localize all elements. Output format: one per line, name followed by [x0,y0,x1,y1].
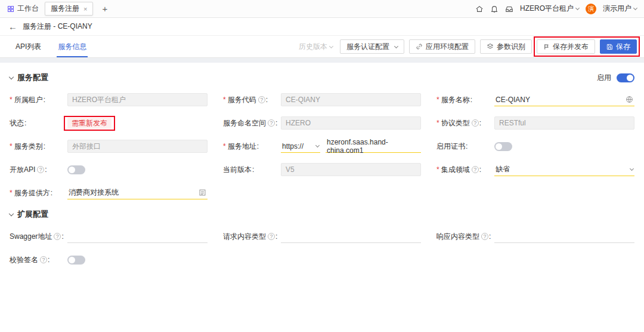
history-version-dropdown[interactable]: 历史版本 [299,42,333,52]
required-mark: * [436,119,439,127]
bell-icon[interactable] [490,5,499,13]
chevron-down-icon [630,167,634,171]
workbench-tab[interactable]: 工作台 [7,4,39,14]
open-api-toggle[interactable] [67,165,85,174]
history-version-label: 历史版本 [299,42,327,52]
close-tab-icon[interactable]: × [83,5,87,13]
service-code-input: CE-QIANY [281,93,421,106]
field-label: 响应内容类型 [436,232,479,242]
provider-input[interactable]: 消费商对接系统 [67,186,208,199]
field-status: 状态 需重新发布 [10,116,208,130]
env-config-label: 应用环境配置 [426,42,469,52]
tabbar: API列表 服务信息 历史版本 服务认证配置 应用环境配置 参 [0,36,644,58]
globe-icon[interactable] [626,96,633,103]
address-value: hzeronf.saas.hand-china.com1 [327,138,420,155]
add-tab-button[interactable]: + [99,4,110,14]
response-type-input[interactable] [494,230,634,243]
verify-sign-toggle[interactable] [67,256,85,265]
field-service-code: *服务代码 CE-QIANY [223,93,421,107]
enable-label: 启用 [597,73,611,83]
lov-list-icon[interactable] [199,189,206,196]
field-cert: 启用证书 [436,139,634,153]
publish-flag-icon [543,44,550,50]
cert-toggle[interactable] [494,142,512,151]
version-input: V5 [281,163,421,176]
service-register-window-tab[interactable]: 服务注册 × [45,2,93,16]
window-tab-strip: 工作台 服务注册 × + HZERO平台租户 演 演 [0,0,644,18]
service-register-tab-label: 服务注册 [51,4,79,14]
inbox-icon[interactable] [505,5,513,13]
field-address: *服务地址 https:// hzeronf.saas.hand-china.c… [223,139,421,153]
scheme-select[interactable]: https:// [281,140,320,153]
enable-toggle[interactable] [617,73,634,82]
help-icon [40,256,47,263]
domain-value: 缺省 [496,164,510,174]
provider-value: 消费商对接系统 [69,187,119,198]
field-response-type: 响应内容类型 [436,229,634,244]
help-icon [472,166,479,173]
env-config-button[interactable]: 应用环境配置 [409,39,475,54]
domain-select[interactable]: 缺省 [494,163,634,176]
field-label: 校验签名 [10,255,38,265]
field-version: 当前版本 V5 [223,162,421,177]
auth-config-button[interactable]: 服务认证配置 [340,39,404,54]
field-protocol: *协议类型 RESTful [436,116,634,130]
section-service-config[interactable]: 服务配置 [10,72,48,83]
field-label: 服务命名空间 [223,118,266,128]
field-label: Swagger地址 [10,232,52,242]
param-recognition-label: 参数识别 [497,42,525,52]
save-label: 保存 [616,42,630,52]
required-mark: * [223,142,226,150]
workbench-tab-label: 工作台 [17,4,39,14]
param-recognition-button[interactable]: 参数识别 [480,39,532,54]
service-name-input[interactable]: CE-QIANY [494,93,634,106]
user-menu[interactable]: 演示用户 [603,4,637,14]
field-label: 集成领域 [441,165,470,175]
swagger-input[interactable] [67,230,208,243]
field-label: 服务名称 [441,95,470,105]
field-label: 当前版本 [223,165,252,175]
field-service-name: *服务名称 CE-QIANY [436,93,634,107]
required-mark: * [10,189,13,197]
field-verify-sign: 校验签名 [10,253,208,267]
field-label: 请求内容类型 [223,232,266,242]
status-badge: 需重新发布 [67,118,112,129]
help-icon [258,96,265,103]
save-and-publish-label: 保存并发布 [553,42,589,52]
required-mark: * [223,96,226,104]
tenant-switcher[interactable]: HZERO平台租户 [520,4,579,14]
help-icon [54,233,61,240]
field-domain: *集成领域 缺省 [436,162,634,177]
save-and-publish-button[interactable]: 保存并发布 [537,39,595,54]
back-button[interactable]: ← [8,22,17,31]
collapse-chevron-icon [9,211,14,216]
chevron-down-icon [394,44,398,48]
save-buttons-group: 保存并发布 保存 [537,39,637,54]
help-icon [481,233,488,240]
address-input[interactable]: hzeronf.saas.hand-china.com1 [326,140,421,153]
field-label: 服务类别 [14,142,43,152]
field-label: 服务地址 [228,142,256,152]
help-icon [268,119,275,127]
chevron-down-icon [633,6,637,10]
required-mark: * [436,96,439,104]
save-button[interactable]: 保存 [600,39,637,54]
field-label: 启用证书 [436,142,465,152]
required-mark: * [10,142,13,150]
tab-service-info[interactable]: 服务信息 [49,36,95,57]
page-header: ← 服务注册 - CE-QIANY [0,18,644,36]
avatar[interactable]: 演 [586,4,596,14]
required-mark: * [436,165,439,174]
field-label: 服务提供方 [14,188,50,198]
help-icon [268,233,275,240]
required-mark: * [10,96,13,104]
layers-icon [487,43,494,50]
chevron-down-icon [315,143,320,147]
collapse-chevron-icon [9,74,14,79]
request-type-input[interactable] [281,230,421,243]
section-extend-config[interactable]: 扩展配置 [10,209,48,220]
field-label: 所属租户 [14,95,43,105]
home-icon[interactable] [475,5,484,13]
tab-api-list[interactable]: API列表 [7,36,49,57]
help-icon [472,119,479,127]
